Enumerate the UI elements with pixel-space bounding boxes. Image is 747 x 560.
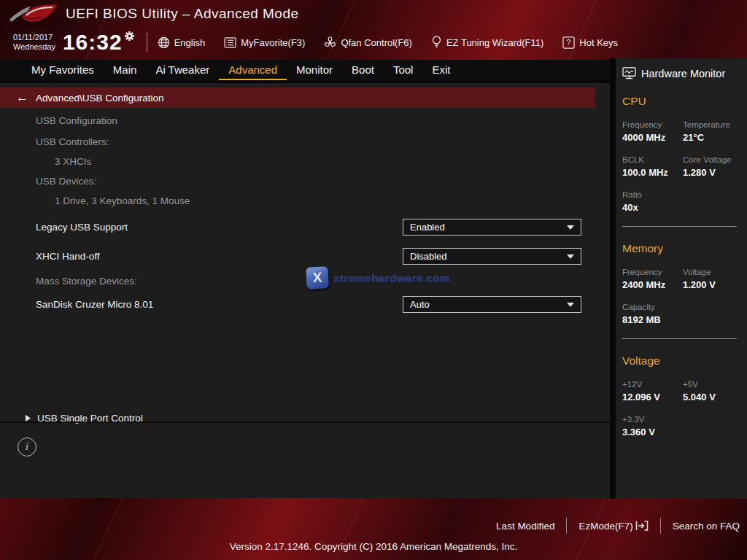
hardware-monitor-header: Hardware Monitor	[622, 67, 737, 79]
last-modified-button[interactable]: Last Modified	[496, 521, 554, 532]
voltage-section-heading: Voltage	[622, 354, 737, 368]
qfan-icon	[324, 36, 336, 49]
ratio-value: 40x	[622, 202, 683, 213]
tab-main[interactable]: Main	[104, 60, 147, 80]
xhci-handoff-select[interactable]: Disabled	[403, 248, 581, 265]
title-bar: UEFI BIOS Utility – Advanced Mode	[0, 0, 747, 28]
usb-configuration-heading: USB Configuration	[36, 115, 117, 126]
help-strip: i	[0, 421, 610, 498]
legacy-usb-support-select[interactable]: Enabled	[403, 219, 581, 236]
ezmode-button[interactable]: EzMode(F7)	[578, 521, 648, 532]
myfavorite-icon	[224, 37, 236, 48]
ezmode-exit-icon	[635, 521, 649, 531]
breadcrumb-label: Advanced\USB Configuration	[36, 93, 164, 104]
memory-section-heading: Memory	[622, 242, 737, 255]
settings-panel: ← Advanced\USB Configuration USB Configu…	[0, 83, 610, 498]
usb-controllers-label: USB Controllers:	[36, 136, 109, 147]
time-display[interactable]: 16:32	[63, 30, 135, 55]
gear-icon[interactable]	[124, 31, 135, 42]
cpu-temperature-value: 21°C	[683, 132, 737, 143]
v12-value: 12.096 V	[622, 392, 683, 402]
legacy-usb-support-label: Legacy USB Support	[36, 222, 128, 233]
memory-row-2: Capacity8192 MB	[622, 303, 737, 325]
qfan-control-button[interactable]: Qfan Control(F6)	[324, 36, 412, 49]
language-button[interactable]: English	[158, 36, 206, 49]
bios-version-text: Version 2.17.1246. Copyright (C) 2016 Am…	[0, 541, 747, 552]
v33-value: 3.360 V	[622, 427, 683, 438]
memory-capacity-value: 8192 MB	[622, 314, 683, 325]
voltage-row-2: +3.3V3.360 V	[622, 415, 737, 438]
section-divider	[622, 226, 737, 227]
main-column: My Favorites Main Ai Tweaker Advanced Mo…	[0, 60, 610, 498]
memory-row-1: Frequency2400 MHz Voltage1.200 V	[622, 268, 737, 290]
footer-actions: Last Modified EzMode(F7) Search on FAQ	[496, 518, 740, 534]
header-toolbar: 01/11/2017 Wednesday 16:32 English	[0, 28, 747, 57]
header-divider	[147, 33, 147, 52]
info-icon: i	[18, 438, 36, 456]
hotkeys-icon: ?	[562, 36, 575, 49]
date-display[interactable]: 01/11/2017 Wednesday	[13, 33, 55, 52]
chevron-down-icon	[567, 225, 574, 230]
breadcrumb[interactable]: ← Advanced\USB Configuration	[0, 88, 595, 108]
core-voltage-value: 1.280 V	[683, 167, 737, 178]
chevron-down-icon	[567, 303, 574, 307]
chevron-down-icon	[567, 254, 574, 259]
voltage-row-1: +12V12.096 V +5V5.040 V	[622, 380, 737, 402]
footer-divider	[660, 518, 661, 534]
tab-exit[interactable]: Exit	[422, 60, 460, 80]
watermark: X xtremehardware.com	[306, 267, 450, 289]
ez-tuning-wizard-button[interactable]: EZ Tuning Wizard(F11)	[431, 36, 543, 49]
ez-tuning-icon	[431, 36, 442, 49]
menu-tab-bar: My Favorites Main Ai Tweaker Advanced Mo…	[0, 60, 610, 80]
watermark-text: xtremehardware.com	[333, 272, 450, 284]
hardware-monitor-panel: Hardware Monitor CPU Frequency4000 MHz T…	[610, 58, 747, 499]
app-title: UEFI BIOS Utility – Advanced Mode	[66, 6, 299, 22]
tab-my-favorites[interactable]: My Favorites	[22, 60, 104, 80]
search-on-faq-button[interactable]: Search on FAQ	[673, 521, 740, 532]
header-menu: English MyFavorite(F3) Qfan Control(F6)	[158, 36, 618, 49]
back-arrow-icon[interactable]: ←	[16, 90, 28, 105]
hot-keys-button[interactable]: ? Hot Keys	[562, 36, 618, 49]
myfavorite-button[interactable]: MyFavorite(F3)	[224, 37, 305, 48]
sandisk-device-label: SanDisk Cruzer Micro 8.01	[36, 299, 153, 310]
usb-devices-label: USB Devices:	[36, 176, 96, 187]
v5-value: 5.040 V	[683, 392, 737, 402]
cpu-row-3: Ratio40x	[622, 190, 737, 213]
footer-divider	[566, 518, 567, 534]
memory-frequency-value: 2400 MHz	[622, 279, 683, 290]
bclk-value: 100.0 MHz	[622, 167, 683, 178]
tab-monitor[interactable]: Monitor	[287, 60, 342, 80]
xhci-handoff-label: XHCI Hand-off	[36, 251, 100, 262]
cpu-row-1: Frequency4000 MHz Temperature21°C	[622, 120, 737, 143]
rog-logo-icon	[7, 1, 60, 26]
tab-ai-tweaker[interactable]: Ai Tweaker	[146, 60, 219, 80]
globe-icon	[158, 36, 170, 49]
cpu-row-2: BCLK100.0 MHz Core Voltage1.280 V	[622, 155, 737, 178]
tab-tool[interactable]: Tool	[384, 60, 423, 80]
tab-boot[interactable]: Boot	[342, 60, 384, 80]
section-divider	[622, 338, 737, 339]
watermark-logo-icon: X	[306, 266, 329, 289]
cpu-section-heading: CPU	[622, 95, 737, 108]
tab-advanced[interactable]: Advanced	[219, 60, 287, 80]
usb-controllers-value: 3 XHCIs	[55, 156, 91, 167]
sandisk-device-select[interactable]: Auto	[403, 296, 581, 313]
monitor-icon	[622, 67, 636, 79]
usb-devices-value: 1 Drive, 3 Keyboards, 1 Mouse	[55, 195, 190, 206]
svg-text:?: ?	[567, 39, 571, 47]
memory-voltage-value: 1.200 V	[683, 279, 737, 290]
cpu-frequency-value: 4000 MHz	[622, 132, 683, 143]
mass-storage-heading: Mass Storage Devices:	[36, 276, 137, 287]
